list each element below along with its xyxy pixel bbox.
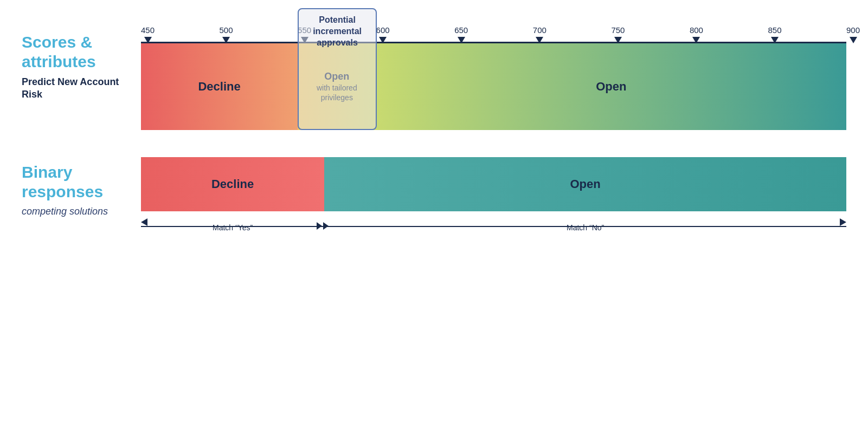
- match-no-label: Match “No”: [324, 223, 846, 232]
- tick-arrow-800: [692, 37, 700, 43]
- tick-600: 600: [376, 25, 390, 43]
- tick-800: 800: [690, 25, 703, 43]
- binary-label-main: Binary responses: [22, 163, 136, 202]
- bar1-row: Decline Open with tailored privileges Op…: [141, 43, 846, 130]
- arrow-row: Match “Yes” Match “No”: [141, 216, 846, 237]
- tick-850: 850: [768, 25, 781, 43]
- tick-650: 650: [454, 25, 468, 43]
- bar2-row: Decline Open: [141, 157, 846, 211]
- section1-label: Scores & attributes Predict New Account …: [22, 33, 136, 101]
- scores-label-sub: Predict New Account Risk: [22, 76, 136, 101]
- bar1-open: Open: [376, 43, 846, 130]
- tick-450: 450: [141, 25, 155, 43]
- section-scores: 450 500 550 600 650: [22, 16, 846, 130]
- binary-open-label: Open: [324, 177, 846, 191]
- tick-500: 500: [220, 25, 233, 43]
- tick-900: 900: [846, 25, 860, 43]
- highlight-label: Potential incremental approvals: [299, 9, 376, 51]
- tick-arrow-500: [222, 37, 230, 43]
- bar2-open: Open: [324, 157, 846, 211]
- tick-arrow-450: [144, 37, 152, 43]
- binary-decline-label: Decline: [141, 177, 324, 191]
- highlight-box: Potential incremental approvals: [298, 8, 377, 130]
- open-label: Open: [376, 80, 846, 94]
- tick-arrow-600: [379, 37, 387, 43]
- tick-arrow-650: [458, 37, 465, 43]
- binary-label-sub: competing solutions: [22, 206, 136, 217]
- scores-label-main: Scores & attributes: [22, 33, 136, 72]
- section-binary: Decline Open Match “Yes: [22, 157, 846, 237]
- tick-750: 750: [611, 25, 625, 43]
- main-container: 450 500 550 600 650: [0, 0, 868, 434]
- match-yes-label: Match “Yes”: [141, 223, 324, 232]
- tick-arrow-900: [850, 37, 857, 43]
- decline-label: Decline: [141, 80, 298, 94]
- scale-row: 450 500 550 600 650: [141, 16, 846, 43]
- tick-arrow-750: [614, 37, 622, 43]
- tick-arrow-850: [771, 37, 779, 43]
- tick-700: 700: [533, 25, 546, 43]
- bar1-decline: Decline: [141, 43, 298, 130]
- tick-arrow-700: [536, 37, 543, 43]
- section2-label: Binary responses competing solutions: [22, 163, 136, 217]
- bar2-decline: Decline: [141, 157, 324, 211]
